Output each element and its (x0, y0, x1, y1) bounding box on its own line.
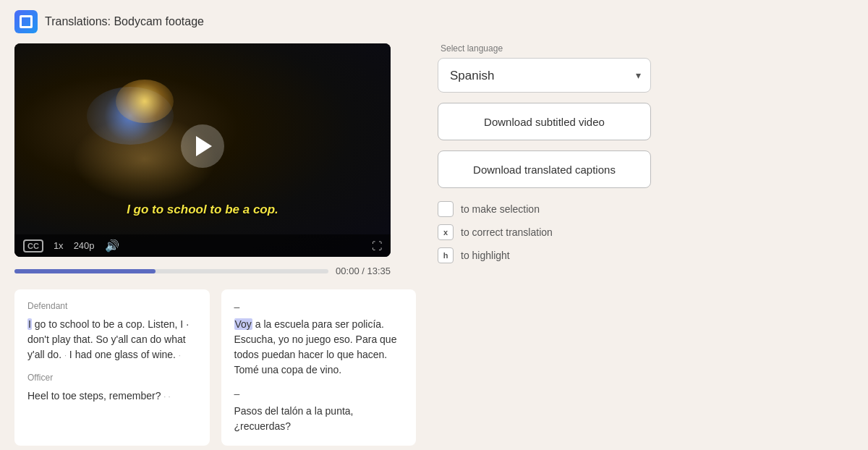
download-captions-button[interactable]: Download translated captions (438, 150, 651, 188)
fullscreen-icon[interactable]: ⛶ (372, 240, 382, 252)
transcript-row: Defendant I go to school to be a cop. Li… (14, 289, 416, 446)
translated-text2: Pasos del talón a la punta, ¿recuerdas? (234, 404, 404, 434)
right-column: Select language Spanish French German Po… (416, 43, 854, 446)
original-transcript: Defendant I go to school to be a cop. Li… (14, 289, 210, 446)
volume-icon[interactable]: 🔊 (105, 239, 119, 252)
shortcut-key-x: x (438, 224, 454, 240)
subtitle-text: I go to school to be a cop. (127, 203, 278, 216)
dot2: · (179, 351, 181, 360)
language-label: Select language (438, 43, 854, 54)
cc-badge[interactable]: CC (23, 239, 43, 252)
language-select[interactable]: Spanish French German Portuguese Mandari… (438, 58, 651, 93)
play-button[interactable] (181, 124, 224, 168)
highlight-I: I (27, 318, 32, 330)
main-content: I go to school to be a cop. CC 1x 240p 🔊… (0, 43, 868, 446)
original-text1: I go to school to be a cop. Listen, I · … (27, 317, 197, 362)
shortcut-key-h: h (438, 247, 454, 263)
logo-inner (20, 15, 33, 28)
left-column: I go to school to be a cop. CC 1x 240p 🔊… (14, 43, 416, 446)
quality-control[interactable]: 240p (74, 240, 95, 251)
shortcut-select: to make selection (438, 201, 854, 217)
highlight-voy: Voy (234, 318, 252, 330)
video-player[interactable]: I go to school to be a cop. CC 1x 240p 🔊… (14, 43, 391, 257)
translated-text1: Voy a la escuela para ser policía. Escuc… (234, 317, 404, 378)
subtitle-bar: I go to school to be a cop. (14, 203, 391, 217)
language-group: Select language Spanish French German Po… (438, 43, 854, 93)
shortcut-desc-select: to make selection (461, 203, 540, 215)
play-icon (196, 136, 212, 156)
speed-control[interactable]: 1x (54, 240, 64, 251)
speaker2-label: Officer (27, 373, 197, 383)
original-text2: Heel to toe steps, remember? · · (27, 389, 197, 404)
video-light-yellow (116, 80, 174, 123)
progress-fill (14, 269, 156, 273)
translated-transcript: – Voy a la escuela para ser policía. Esc… (221, 289, 417, 446)
page-title: Translations: Bodycam footage (45, 15, 204, 28)
progress-bar[interactable] (14, 269, 328, 273)
dot3: · · (163, 392, 170, 401)
shortcut-desc-x: to correct translation (461, 226, 553, 238)
shortcut-correct: x to correct translation (438, 224, 854, 240)
dash2: – (234, 388, 404, 399)
progress-area: 00:00 / 13:35 (14, 266, 391, 276)
language-select-wrapper[interactable]: Spanish French German Portuguese Mandari… (438, 58, 651, 93)
shortcut-key-select (438, 201, 454, 217)
gap-dot: · (186, 318, 189, 330)
app-logo-icon (14, 10, 38, 33)
dot1: · (64, 351, 67, 360)
shortcut-highlight: h to highlight (438, 247, 854, 263)
shortcut-desc-h: to highlight (461, 250, 510, 261)
shortcut-list: to make selection x to correct translati… (438, 201, 854, 263)
video-controls: CC 1x 240p 🔊 ⛶ (14, 234, 391, 257)
speaker1-label: Defendant (27, 301, 197, 311)
time-display: 00:00 / 13:35 (336, 266, 391, 276)
header: Translations: Bodycam footage (0, 0, 868, 43)
dash1: – (234, 301, 404, 313)
download-subtitled-button[interactable]: Download subtitled video (438, 103, 651, 140)
